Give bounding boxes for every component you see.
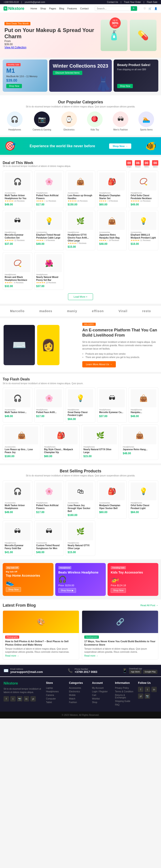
follow-fb-icon[interactable]: f	[138, 687, 143, 692]
footer-store-camera[interactable]: Camera	[46, 694, 66, 696]
deal-product-0[interactable]: 🎧 Accessories Multi Tasker Artner Headph…	[3, 170, 32, 208]
footer-account-login[interactable]: Login / Register	[92, 690, 111, 693]
footer-cat-electronics[interactable]: Electronics	[69, 690, 89, 693]
deal-product-5[interactable]: 🕶 Headphones Mercelio Eyewear Collection…	[3, 210, 32, 250]
category-fashion[interactable]: 🕶 Men's Fashion	[113, 112, 128, 131]
flash-product-r1-0[interactable]: 🎧 Accessories Multi Tasker Artner... $49…	[3, 388, 32, 423]
track-order-link[interactable]: Track Your Order	[124, 1, 141, 3]
load-more-button[interactable]: Load More +	[68, 293, 93, 300]
nav-shop[interactable]: Shop	[40, 7, 46, 10]
search-bar[interactable]: 🔍	[95, 6, 137, 11]
best-selling-product-3[interactable]: 🎒 Accessories Modpack Champian Viper Soc…	[97, 480, 127, 519]
flash-product-r2-2[interactable]: 🌿 Headphones Nearly Natural GTYX Olive L…	[82, 425, 119, 460]
footer-account-shop[interactable]: Shop	[92, 701, 111, 704]
flash-product-r1-4[interactable]: 👜 Headphones Harajuku... $48.00	[129, 388, 158, 423]
category-electronics[interactable]: ⌚ Electronics	[61, 112, 77, 131]
footer-info-shipping[interactable]: Shipping Guide	[115, 700, 134, 703]
footer-account-cart[interactable]: Cart	[92, 694, 111, 696]
nav-pages[interactable]: Pages	[49, 7, 56, 10]
youtube-icon[interactable]: yt	[30, 696, 36, 702]
app-store-badge[interactable]: App Store	[129, 670, 141, 674]
footer-store-headphones[interactable]: Headphones	[46, 690, 66, 693]
facebook-icon[interactable]: f	[4, 696, 9, 702]
promo-card-home-button[interactable]: Shop Now	[6, 587, 21, 592]
follow-ig-icon[interactable]: 📷	[145, 693, 150, 699]
blog-post-2[interactable]: 🔗 Development 17 Ways, You Never Knew Yo…	[82, 611, 158, 660]
category-sports[interactable]: 🏊 Sports Items	[138, 112, 154, 131]
best-selling-product-7[interactable]: 🌿 Headphones Nearly Natural GTYX Olive L…	[66, 521, 95, 556]
nav-features[interactable]: Features	[67, 7, 77, 10]
category-kids[interactable]: 🪀 Kids Toy	[87, 112, 103, 131]
nav-blog[interactable]: Blog	[59, 7, 64, 10]
deal-product-7[interactable]: 🌿 Headphones Headphone GTYX Electro Faux…	[66, 210, 95, 250]
footer-logo[interactable]: Nikstore	[4, 681, 42, 685]
footer-info-faq[interactable]: FAQ	[115, 704, 134, 706]
follow-tw-icon[interactable]: t	[145, 687, 150, 692]
banner-left-button[interactable]: Shop Now	[6, 84, 22, 88]
footer-cat-watch[interactable]: Watch	[69, 698, 89, 700]
blog-view-all[interactable]: Read All Post →	[140, 604, 158, 607]
flash-product-r2-1[interactable]: 🎒 Headphones Big Style Classi... Modpack…	[42, 425, 79, 460]
blog-post-2-read-more[interactable]: Read more →	[84, 654, 156, 657]
category-camera[interactable]: 📷 Camera & Gaming	[33, 112, 51, 131]
hero-view-all[interactable]: View All Collection	[4, 46, 26, 49]
promo-card-kids-button[interactable]: Shop Now	[111, 588, 126, 593]
best-selling-product-0[interactable]: 🎧 Accessories Multi Tasker Artner Headph…	[3, 480, 32, 519]
footer-account-wishlist[interactable]: Wishlist	[92, 698, 111, 700]
banner-center-button[interactable]: Discount Selected Items	[53, 71, 82, 75]
footer-info-privacy[interactable]: Privacy Policy	[115, 687, 134, 689]
footer-store-computer[interactable]: Computer	[46, 698, 66, 700]
nav-contact[interactable]: Contact	[80, 7, 89, 10]
instagram-icon[interactable]: 📷	[17, 696, 22, 702]
best-selling-product-4[interactable]: 💡 Headphones Orful Solio Classi Pendant …	[129, 480, 158, 519]
category-headphones[interactable]: 🎧 Headphones	[7, 112, 23, 131]
deal-product-3[interactable]: 🎒 Headphones Modpack Champlan Starter Se…	[97, 170, 127, 208]
promo-banner-button[interactable]: Shop Now →	[109, 144, 131, 149]
follow-in-icon[interactable]: in	[151, 687, 157, 692]
linkedin-icon[interactable]: in	[24, 696, 29, 702]
flash-product-r1-1[interactable]: 🌸 Headphones Potted Faux Artifi... $17.0…	[34, 388, 64, 423]
twitter-icon[interactable]: t	[10, 696, 15, 702]
footer-info-returns[interactable]: Returns & Exchanges	[115, 694, 134, 699]
promo-card-headphone-button[interactable]: Shop Now ▶	[58, 588, 76, 593]
flash-sale-link[interactable]: Flash Sale	[147, 1, 157, 3]
best-selling-product-2[interactable]: 🛍 Accessories Lose Reaux Joy through Vip…	[66, 480, 95, 519]
flash-product-r2-0[interactable]: 👜 Accessories Lure Reaux up thro... Lose…	[3, 425, 40, 460]
deal-product-10[interactable]: 📿 Headphones Brown and Black Headphone N…	[3, 252, 32, 290]
search-input[interactable]	[95, 6, 131, 11]
footer-cat-mobile[interactable]: Mobile	[69, 694, 89, 696]
best-selling-product-1[interactable]: 🌸 Headphones Potted Faux Artificial Flow…	[34, 480, 64, 519]
flash-product-r2-3[interactable]: 👜 Headphones Japanese Retro Hang... $48.…	[121, 425, 158, 460]
contact-us-link[interactable]: Contact Us	[107, 1, 118, 3]
deal-product-1[interactable]: 🌸 Headphones Potted Faux Artificial Flow…	[34, 170, 64, 208]
footer-cat-accessories[interactable]: Accessories	[69, 687, 89, 689]
logo[interactable]: N Nikstore	[4, 6, 24, 11]
deal-product-4[interactable]: 📿 Headphones Orful Solio Classi Pendulat…	[129, 170, 158, 208]
footer-store-laptop[interactable]: Laptop	[46, 687, 66, 689]
blog-post-1[interactable]: 🎨 Photography How to Sell Photos & Art O…	[3, 611, 79, 660]
footer-info-terms[interactable]: Terms & Condition	[115, 690, 134, 693]
platform-button[interactable]: Learn More About Us →	[82, 361, 116, 367]
best-selling-product-6[interactable]: 🕶 Accessories Custom Tinted Round Sungla…	[34, 521, 64, 556]
blog-post-1-read-more[interactable]: Read more →	[5, 654, 77, 657]
flash-product-r1-3[interactable]: 🕶 Headphones Mercelio Eyewear Ca... $37.…	[97, 388, 127, 423]
deal-product-11[interactable]: 🌺 Headphones Nearly Natural Mixed Peony …	[34, 252, 64, 290]
best-selling-product-5[interactable]: 🕶 Headphones Mercelio Eyewear Fancy Gold…	[3, 521, 32, 556]
footer-cat-fashion[interactable]: Fashion	[69, 701, 89, 704]
banner-right-button[interactable]: Shop Now	[117, 84, 133, 88]
search-button[interactable]: 🔍	[131, 6, 137, 11]
user-icon[interactable]: 👤	[154, 7, 157, 10]
deal-product-2[interactable]: 👜 Accessories Lure Reaux up through Hand…	[66, 170, 95, 208]
wishlist-icon[interactable]: ♡	[143, 7, 146, 10]
cart-icon[interactable]: 🛒	[149, 7, 152, 10]
follow-yt-icon[interactable]: yt	[138, 693, 143, 699]
contact-phone-value: +3769 2017 0083	[74, 670, 97, 674]
footer-store-tablet[interactable]: Tablet	[46, 701, 66, 704]
footer-account-my[interactable]: My Account	[92, 687, 111, 689]
deal-product-8[interactable]: 👜 Accessories Japanese Retro Harajuku St…	[97, 210, 127, 250]
google-play-badge[interactable]: Google Play	[143, 670, 157, 674]
nav-home[interactable]: Home	[31, 7, 37, 10]
deal-product-9[interactable]: 💡 Accessories Elephant SMALLS Modpack Pe…	[129, 210, 158, 250]
deal-product-6[interactable]: 💡 Accessories Elephant Tinted Hexad Pend…	[34, 210, 64, 250]
flash-product-r1-2[interactable]: 💡 Headphones Great Damp Classi Pendent L…	[66, 388, 95, 423]
